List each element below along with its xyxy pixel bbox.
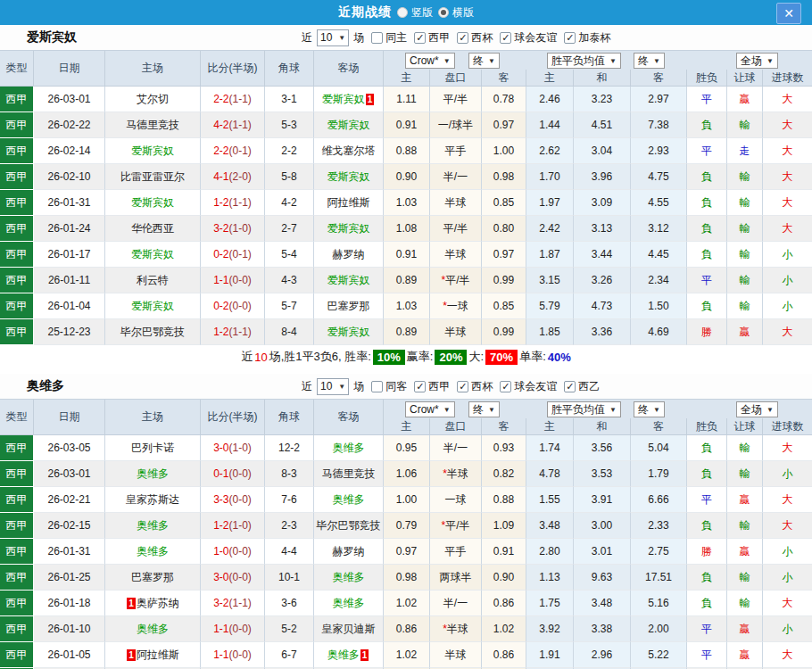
away-team-cell[interactable]: 奥维多 (314, 487, 384, 513)
score-cell[interactable]: 3-2(1-0) (201, 216, 265, 242)
away-team-cell[interactable]: 爱斯宾奴1 (314, 87, 384, 112)
home-team-cell[interactable]: 爱斯宾奴 (105, 293, 201, 319)
checkbox-icon[interactable]: ✓ (564, 32, 576, 44)
checkbox-icon[interactable]: ✓ (564, 381, 576, 392)
league-checkbox-laliga[interactable]: ✓ 西甲 (407, 379, 450, 394)
score-cell[interactable]: 0-2(0-0) (201, 293, 265, 319)
result-handicap-cell: 輸 (727, 513, 763, 539)
avg-odds-dropdown[interactable]: 胜平负均值 ▼ (547, 53, 621, 69)
away-team-cell[interactable]: 赫罗纳 (314, 242, 384, 268)
home-team-cell[interactable]: 华伦西亚 (105, 216, 201, 242)
score-cell[interactable]: 2-2(1-1) (201, 87, 265, 112)
home-team-cell[interactable]: 艾尔切 (105, 87, 201, 112)
score-cell[interactable]: 2-2(0-1) (201, 138, 265, 164)
layout-vertical-option[interactable]: 竖版 (392, 5, 433, 21)
league-checkbox-friendly[interactable]: ✓ 球会友谊 (493, 379, 557, 394)
checkbox-icon[interactable] (371, 32, 383, 44)
score-cell[interactable]: 1-2(1-1) (201, 190, 265, 216)
league-checkbox-copa[interactable]: ✓ 西杯 (450, 379, 493, 394)
away-team-cell[interactable]: 爱斯宾奴 (314, 216, 384, 242)
checkbox-icon[interactable]: ✓ (457, 32, 468, 44)
home-team-cell[interactable]: 马德里竞技 (105, 112, 201, 138)
away-team-cell[interactable]: 爱斯宾奴 (314, 319, 384, 345)
away-team-cell[interactable]: 奥维多1 (314, 642, 384, 668)
away-team-cell[interactable]: 马德里竞技 (314, 461, 384, 487)
checkbox-icon[interactable]: ✓ (500, 381, 511, 392)
score-cell[interactable]: 3-3(0-0) (201, 487, 265, 513)
score-cell[interactable]: 4-2(1-1) (201, 112, 265, 138)
home-team-cell[interactable]: 奥维多 (105, 513, 201, 539)
final-odds-dropdown[interactable]: 终 ▼ (468, 53, 500, 69)
away-team-cell[interactable]: 毕尔巴鄂竞技 (314, 513, 384, 539)
layout-horizontal-option[interactable]: 横版 (433, 5, 474, 21)
score-cell[interactable]: 1-1(0-0) (201, 642, 265, 668)
radio-selected-icon[interactable] (438, 7, 449, 18)
score-cell[interactable]: 3-0(0-0) (201, 565, 265, 591)
final-avg-dropdown[interactable]: 终 ▼ (634, 53, 665, 69)
league-checkbox-friendly[interactable]: ✓ 球会友谊 (493, 30, 557, 45)
away-team-cell[interactable]: 阿拉维斯 (314, 190, 384, 216)
away-team-cell[interactable]: 巴塞罗那 (314, 293, 384, 319)
score-cell[interactable]: 1-1(0-0) (201, 268, 265, 293)
home-team-cell[interactable]: 1阿拉维斯 (105, 642, 201, 668)
away-team-cell[interactable]: 爱斯宾奴 (314, 268, 384, 293)
radio-unselected-icon[interactable] (397, 7, 408, 18)
final-avg-dropdown[interactable]: 终 ▼ (634, 401, 665, 417)
home-team-cell[interactable]: 爱斯宾奴 (105, 190, 201, 216)
league-checkbox-segunda[interactable]: ✓ 西乙 (557, 379, 600, 394)
score-cell[interactable]: 3-0(1-0) (201, 435, 265, 461)
away-team-cell[interactable]: 皇家贝迪斯 (314, 616, 384, 642)
league-checkbox-copa[interactable]: ✓ 西杯 (450, 30, 493, 45)
checkbox-icon[interactable]: ✓ (414, 32, 426, 44)
away-team-cell[interactable]: 爱斯宾奴 (314, 164, 384, 190)
checkbox-icon[interactable]: ✓ (500, 32, 511, 44)
odds-source-dropdown[interactable]: Crow* ▼ (405, 53, 455, 69)
match-count-select[interactable]: 10 ▼ (317, 378, 349, 395)
checkbox-icon[interactable] (371, 381, 383, 392)
home-team-cell[interactable]: 利云特 (105, 268, 201, 293)
away-team-cell[interactable]: 维戈塞尔塔 (314, 138, 384, 164)
away-team-cell[interactable]: 奥维多 (314, 435, 384, 461)
score-cell[interactable]: 0-2(0-1) (201, 242, 265, 268)
home-team-cell[interactable]: 爱斯宾奴 (105, 138, 201, 164)
away-team-name: 巴塞罗那 (327, 299, 370, 314)
checkbox-icon[interactable]: ✓ (414, 381, 426, 392)
away-team-cell[interactable]: 赫罗纳 (314, 539, 384, 565)
home-team-cell[interactable]: 巴列卡诺 (105, 435, 201, 461)
match-count-select[interactable]: 10 ▼ (317, 29, 349, 46)
score-cell[interactable]: 0-1(0-0) (201, 461, 265, 487)
score-cell[interactable]: 1-0(0-0) (201, 539, 265, 565)
league-checkbox-laliga[interactable]: ✓ 西甲 (407, 30, 450, 45)
home-team-cell[interactable]: 比雷亚雷亚尔 (105, 164, 201, 190)
odds-source-dropdown[interactable]: Crow* ▼ (405, 401, 455, 417)
score-cell[interactable]: 1-2(1-1) (201, 319, 265, 345)
league-checkbox-catalonia[interactable]: ✓ 加泰杯 (557, 30, 610, 45)
away-team-cell[interactable]: 爱斯宾奴 (314, 112, 384, 138)
home-team-cell[interactable]: 奥维多 (105, 616, 201, 642)
col-header-corner: 角球 (265, 51, 314, 86)
away-team-cell[interactable]: 奥维多 (314, 591, 384, 616)
home-team-cell[interactable]: 毕尔巴鄂竞技 (105, 319, 201, 345)
close-button[interactable]: ✕ (776, 3, 801, 24)
avg-draw-odds: 3.13 (574, 216, 631, 242)
home-team-cell[interactable]: 爱斯宾奴 (105, 242, 201, 268)
league-cell: 西甲 (0, 435, 34, 461)
same-venue-checkbox[interactable]: 同客 (364, 379, 407, 394)
home-team-cell[interactable]: 奥维多 (105, 539, 201, 565)
home-team-cell[interactable]: 皇家苏斯达 (105, 487, 201, 513)
result-handicap-cell: 贏 (727, 87, 763, 112)
score-cell[interactable]: 1-1(0-0) (201, 616, 265, 642)
score-cell[interactable]: 3-2(1-1) (201, 591, 265, 616)
score-cell[interactable]: 4-1(2-0) (201, 164, 265, 190)
home-team-cell[interactable]: 奥维多 (105, 461, 201, 487)
same-venue-checkbox[interactable]: 同主 (364, 30, 407, 45)
checkbox-icon[interactable]: ✓ (457, 381, 468, 392)
away-team-cell[interactable]: 奥维多 (314, 565, 384, 591)
final-odds-dropdown[interactable]: 终 ▼ (468, 401, 500, 417)
score-cell[interactable]: 1-2(1-0) (201, 513, 265, 539)
home-team-cell[interactable]: 巴塞罗那 (105, 565, 201, 591)
scope-dropdown[interactable]: 全场 ▼ (736, 53, 778, 69)
home-team-cell[interactable]: 1奥萨苏纳 (105, 591, 201, 616)
avg-odds-dropdown[interactable]: 胜平负均值 ▼ (547, 401, 621, 417)
scope-dropdown[interactable]: 全场 ▼ (736, 401, 778, 417)
